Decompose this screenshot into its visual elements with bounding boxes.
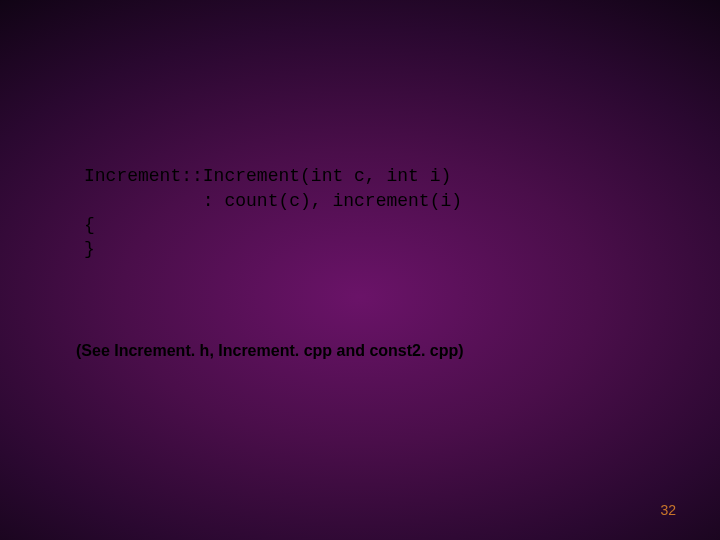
page-number: 32	[660, 502, 676, 518]
code-block: Increment::Increment(int c, int i) : cou…	[84, 140, 462, 286]
code-line-2: : count(c), increment(i)	[84, 191, 462, 211]
code-line-3: {	[84, 215, 95, 235]
reference-note: (See Increment. h, Increment. cpp and co…	[76, 342, 464, 360]
code-line-1: Increment::Increment(int c, int i)	[84, 166, 451, 186]
slide: Increment::Increment(int c, int i) : cou…	[0, 0, 720, 540]
code-line-4: }	[84, 239, 95, 259]
